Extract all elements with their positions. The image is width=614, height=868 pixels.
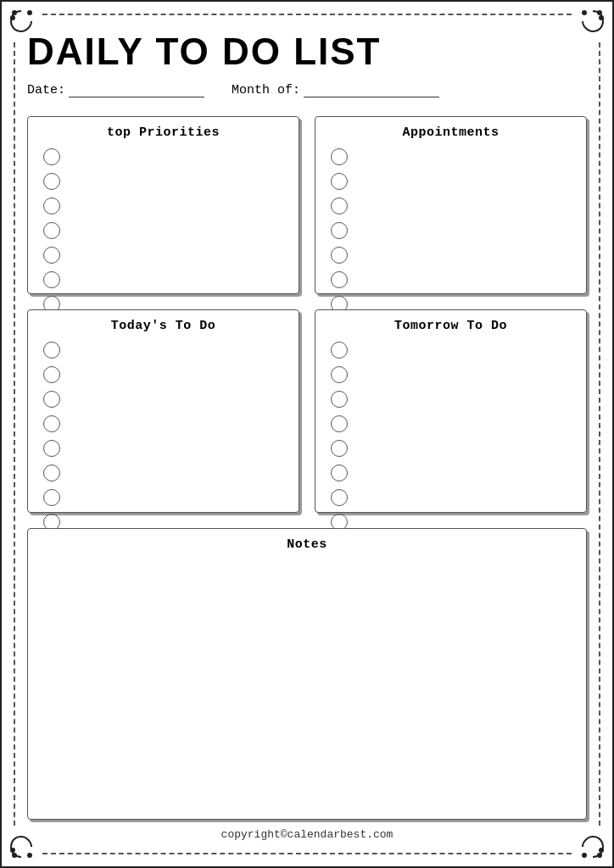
checkbox-circle[interactable] <box>331 391 348 408</box>
svg-point-2 <box>27 10 32 15</box>
item-line <box>67 419 287 429</box>
checkbox-circle[interactable] <box>43 366 60 383</box>
tomorrow-todo-list <box>327 342 574 531</box>
list-item <box>43 173 287 190</box>
dashed-right-border <box>599 42 600 826</box>
tomorrow-todo-section: Tomorrow To Do <box>315 309 587 513</box>
checkbox-circle[interactable] <box>331 489 348 506</box>
top-priorities-title: top Priorities <box>40 125 287 140</box>
todays-todo-list <box>40 342 287 531</box>
item-line <box>354 201 574 211</box>
checkbox-circle[interactable] <box>331 415 348 432</box>
svg-point-7 <box>10 848 15 853</box>
checkbox-circle[interactable] <box>43 465 60 481</box>
todays-todo-section: Today's To Do <box>27 309 299 513</box>
checkbox-circle[interactable] <box>43 342 60 359</box>
list-item <box>43 465 287 481</box>
list-item <box>43 391 287 408</box>
checkbox-circle[interactable] <box>331 198 348 214</box>
notes-section: Notes <box>27 528 587 820</box>
list-item <box>331 247 574 264</box>
checkbox-circle[interactable] <box>331 440 348 457</box>
list-item <box>43 415 287 432</box>
list-item <box>43 366 287 383</box>
list-item <box>43 342 287 359</box>
item-line <box>67 275 287 285</box>
checkbox-circle[interactable] <box>43 198 60 214</box>
item-line <box>354 517 574 527</box>
list-item <box>43 198 287 214</box>
list-item <box>43 247 287 264</box>
item-line <box>354 345 574 355</box>
tomorrow-todo-title: Tomorrow To Do <box>327 319 574 333</box>
item-line <box>354 370 574 380</box>
list-item <box>331 391 574 408</box>
checkbox-circle[interactable] <box>331 222 348 239</box>
list-item <box>43 222 287 239</box>
checkbox-circle[interactable] <box>43 440 60 457</box>
checkbox-circle[interactable] <box>331 247 348 264</box>
svg-point-3 <box>597 10 602 15</box>
list-item <box>331 465 574 481</box>
date-input-line[interactable] <box>69 86 204 97</box>
checkbox-circle[interactable] <box>331 148 348 165</box>
top-priorities-list <box>40 148 287 313</box>
item-line <box>67 152 287 162</box>
svg-point-1 <box>10 15 15 20</box>
item-line <box>67 201 287 211</box>
month-input-line[interactable] <box>304 86 439 97</box>
page-title: DAILY TO DO LIST <box>27 31 587 73</box>
item-line <box>67 345 287 355</box>
checkbox-circle[interactable] <box>331 366 348 383</box>
item-line <box>354 275 574 285</box>
item-line <box>67 299 287 309</box>
checkbox-circle[interactable] <box>43 271 60 288</box>
item-line <box>67 468 287 478</box>
checkbox-circle[interactable] <box>43 247 60 264</box>
date-month-row: Date: Month of: <box>27 83 587 97</box>
item-line <box>354 152 574 162</box>
item-line <box>354 443 574 453</box>
list-item <box>331 222 574 239</box>
svg-point-8 <box>27 853 32 858</box>
notes-title: Notes <box>40 537 574 552</box>
month-label: Month of: <box>232 83 300 97</box>
appointments-section: Appointments <box>315 116 587 294</box>
checkbox-circle[interactable] <box>331 271 348 288</box>
checkbox-circle[interactable] <box>43 148 60 165</box>
item-line <box>67 443 287 453</box>
list-item <box>331 271 574 288</box>
list-item <box>43 148 287 165</box>
list-item <box>331 489 574 506</box>
list-item <box>331 440 574 457</box>
checkbox-circle[interactable] <box>331 173 348 190</box>
checkbox-circle[interactable] <box>43 391 60 408</box>
main-content: DAILY TO DO LIST Date: Month of: top Pri… <box>27 27 587 841</box>
list-item <box>331 366 574 383</box>
svg-point-6 <box>12 853 17 858</box>
checkbox-circle[interactable] <box>43 173 60 190</box>
checkbox-circle[interactable] <box>331 465 348 481</box>
checkbox-circle[interactable] <box>331 342 348 359</box>
item-line <box>67 492 287 503</box>
list-item <box>43 271 287 288</box>
dashed-top-border <box>42 14 572 15</box>
checkbox-circle[interactable] <box>43 415 60 432</box>
svg-point-9 <box>597 853 602 858</box>
item-line <box>67 370 287 380</box>
item-line <box>354 394 574 404</box>
item-line <box>67 517 287 527</box>
item-line <box>354 225 574 236</box>
checkbox-circle[interactable] <box>43 222 60 239</box>
svg-point-5 <box>582 10 587 15</box>
todays-todo-title: Today's To Do <box>40 319 287 333</box>
list-item <box>331 148 574 165</box>
list-item <box>331 198 574 214</box>
list-item <box>331 342 574 359</box>
svg-point-10 <box>599 848 604 853</box>
checkbox-circle[interactable] <box>43 489 60 506</box>
svg-point-0 <box>12 10 17 15</box>
list-item <box>43 440 287 457</box>
item-line <box>67 176 287 186</box>
item-line <box>67 394 287 404</box>
